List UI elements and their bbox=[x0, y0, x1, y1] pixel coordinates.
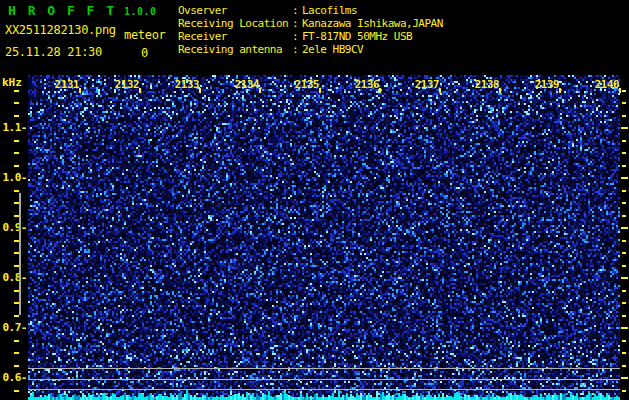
station-info-block: Ovserver:Lacofilms Receiving Location:Ka… bbox=[178, 4, 443, 56]
freq-minor-tick-right bbox=[622, 190, 626, 192]
freq-minor-tick-right bbox=[622, 340, 626, 342]
freq-label: 1.1- bbox=[0, 121, 27, 134]
freq-minor-tick-left bbox=[14, 102, 19, 104]
freq-label: 1.0- bbox=[0, 171, 27, 184]
freq-minor-tick-right bbox=[622, 202, 626, 204]
freq-major-tick-right bbox=[621, 127, 628, 129]
freq-minor-tick-right bbox=[622, 315, 626, 317]
freq-major-tick-right bbox=[621, 377, 628, 379]
time-label: 2131 bbox=[55, 78, 80, 91]
time-label: 2138 bbox=[475, 78, 500, 91]
freq-label: 0.9- bbox=[0, 221, 27, 234]
info-colon: : bbox=[292, 17, 302, 30]
freq-minor-tick-left bbox=[14, 365, 19, 367]
freq-minor-tick-left bbox=[14, 390, 19, 392]
time-label: 2136 bbox=[355, 78, 380, 91]
freq-minor-tick-right bbox=[622, 140, 626, 142]
meteor-count-value: 0 bbox=[141, 46, 148, 60]
level-indicator-bar bbox=[19, 193, 21, 315]
info-value: Kanazawa Ishikawa,JAPAN bbox=[302, 17, 443, 30]
freq-minor-tick-right bbox=[622, 152, 626, 154]
info-value: 2ele HB9CV bbox=[302, 43, 363, 56]
time-tick bbox=[259, 88, 261, 93]
freq-minor-tick-left bbox=[14, 190, 19, 192]
info-row-antenna: Receiving antenna:2ele HB9CV bbox=[178, 43, 443, 56]
hrofft-window: H R O F F T 1.0.0 XX2511282130.png meteo… bbox=[0, 0, 629, 400]
time-tick bbox=[79, 88, 81, 93]
info-label: Receiving Location bbox=[178, 17, 292, 30]
freq-label: 0.6- bbox=[0, 371, 27, 384]
freq-major-tick-right bbox=[621, 227, 628, 229]
time-tick bbox=[439, 88, 441, 93]
time-tick bbox=[379, 88, 381, 93]
time-label: 2139 bbox=[535, 78, 560, 91]
freq-unit-label: kHz bbox=[2, 76, 22, 89]
freq-minor-tick-right bbox=[622, 390, 626, 392]
info-row-receiver: Receiver:FT-817ND 50MHz USB bbox=[178, 30, 443, 43]
freq-minor-tick-right bbox=[622, 115, 626, 117]
time-label: 2134 bbox=[235, 78, 260, 91]
app-version: 1.0.0 bbox=[124, 6, 157, 17]
freq-minor-tick-right bbox=[622, 102, 626, 104]
spectrogram-canvas bbox=[28, 75, 620, 400]
freq-label: 0.7- bbox=[0, 321, 27, 334]
freq-minor-tick-left bbox=[14, 140, 19, 142]
time-label: 2137 bbox=[415, 78, 440, 91]
info-label: Receiving antenna bbox=[178, 43, 292, 56]
freq-minor-tick-right bbox=[622, 290, 626, 292]
freq-major-tick-right bbox=[621, 177, 628, 179]
app-title: H R O F F T bbox=[8, 3, 116, 18]
freq-minor-tick-left bbox=[14, 340, 19, 342]
freq-minor-tick-right bbox=[622, 90, 626, 92]
freq-minor-tick-left bbox=[14, 315, 19, 317]
output-filename: XX2511282130.png bbox=[5, 23, 116, 37]
freq-major-tick-right bbox=[621, 327, 628, 329]
meteor-count-label: meteor bbox=[124, 28, 166, 42]
observation-datetime: 25.11.28 21:30 bbox=[5, 45, 102, 59]
time-label: 2140 bbox=[595, 78, 620, 91]
freq-minor-tick-left bbox=[14, 352, 19, 354]
freq-minor-tick-right bbox=[622, 302, 626, 304]
time-tick bbox=[319, 88, 321, 93]
info-label: Receiver bbox=[178, 30, 292, 43]
freq-minor-tick-left bbox=[14, 90, 19, 92]
freq-minor-tick-right bbox=[622, 165, 626, 167]
freq-minor-tick-right bbox=[622, 365, 626, 367]
info-row-location: Receiving Location:Kanazawa Ishikawa,JAP… bbox=[178, 17, 443, 30]
freq-minor-tick-right bbox=[622, 265, 626, 267]
time-tick bbox=[139, 88, 141, 93]
freq-minor-tick-right bbox=[622, 352, 626, 354]
freq-major-tick-right bbox=[621, 277, 628, 279]
info-value: Lacofilms bbox=[302, 4, 357, 17]
freq-minor-tick-left bbox=[14, 165, 19, 167]
info-label: Ovserver bbox=[178, 4, 292, 17]
info-colon: : bbox=[292, 30, 302, 43]
time-tick bbox=[619, 88, 621, 93]
time-tick bbox=[499, 88, 501, 93]
info-colon: : bbox=[292, 43, 302, 56]
time-label: 2132 bbox=[115, 78, 140, 91]
freq-minor-tick-left bbox=[14, 152, 19, 154]
info-row-observer: Ovserver:Lacofilms bbox=[178, 4, 443, 17]
time-tick bbox=[559, 88, 561, 93]
freq-minor-tick-right bbox=[622, 252, 626, 254]
freq-label: 0.8- bbox=[0, 271, 27, 284]
time-tick bbox=[199, 88, 201, 93]
info-value: FT-817ND 50MHz USB bbox=[302, 30, 412, 43]
freq-minor-tick-right bbox=[622, 240, 626, 242]
freq-minor-tick-right bbox=[622, 215, 626, 217]
time-label: 2135 bbox=[295, 78, 320, 91]
info-colon: : bbox=[292, 4, 302, 17]
time-label: 2133 bbox=[175, 78, 200, 91]
freq-minor-tick-left bbox=[14, 115, 19, 117]
